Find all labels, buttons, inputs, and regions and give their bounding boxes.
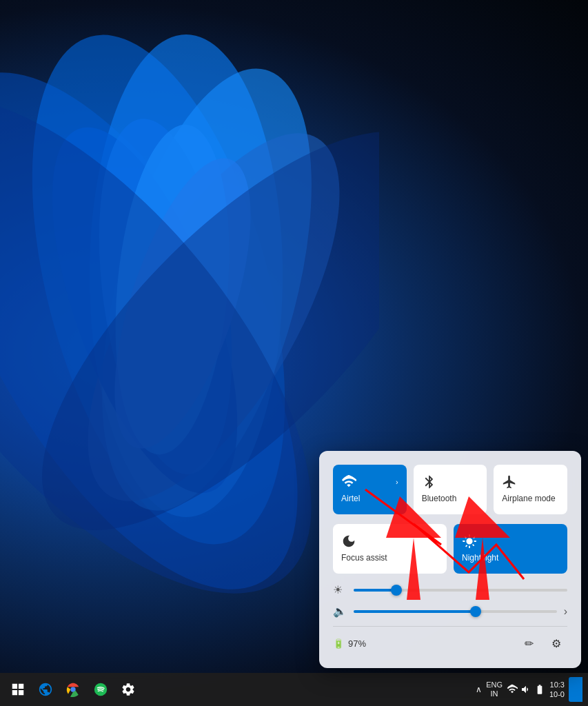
focus-assist-label: Focus assist (341, 553, 387, 563)
taskbar-volume-icon (520, 684, 531, 695)
volume-fill (354, 610, 476, 613)
brightness-track[interactable] (354, 589, 567, 592)
language-indicator: ENG IN (486, 680, 503, 698)
chrome-button[interactable] (61, 677, 85, 702)
system-icons (507, 684, 545, 695)
spotify-icon (93, 682, 108, 697)
wifi-chevron: › (396, 478, 398, 486)
bluetooth-toggle-button[interactable]: Bluetooth (414, 465, 487, 514)
locale-text: IN (491, 689, 498, 698)
night-light-toggle-button[interactable]: Night light (454, 524, 567, 574)
wifi-icon (341, 474, 356, 490)
panel-bottom: 🔋 97% ✏ ⚙ (333, 626, 567, 654)
bluetooth-label: Bluetooth (422, 494, 457, 503)
taskbar-time: 10:3 10-0 (549, 680, 565, 700)
taskbar-wifi-icon (507, 684, 518, 695)
moon-icon (341, 534, 356, 549)
brightness-thumb[interactable] (391, 585, 402, 596)
settings-icon (121, 682, 136, 697)
airplane-toggle-button[interactable]: Airplane mode (494, 465, 567, 514)
volume-icon: 🔈 (333, 605, 347, 618)
battery-percent: 97% (348, 638, 366, 649)
taskbar: ∧ ENG IN 10:3 10-0 (0, 673, 588, 706)
brightness-slider-row: ☀ (333, 583, 567, 596)
gear-icon: ⚙ (551, 637, 561, 650)
panel-action-icons: ✏ ⚙ (518, 632, 567, 654)
wifi-label: Airtel (341, 494, 360, 503)
volume-arrow[interactable]: › (564, 605, 567, 618)
edit-icon: ✏ (525, 637, 534, 650)
svg-point-14 (94, 683, 107, 696)
focus-assist-toggle-button[interactable]: Focus assist (333, 524, 447, 574)
notification-button[interactable] (569, 677, 582, 702)
toggle-grid-row2: Focus assist Night light (333, 524, 567, 574)
night-light-label: Night light (462, 553, 498, 563)
volume-slider-row: 🔈 › (333, 605, 567, 618)
windows-icon (10, 682, 26, 697)
airplane-label: Airplane mode (502, 494, 555, 503)
date-display: 10-0 (549, 689, 565, 699)
settings-taskbar-button[interactable] (116, 677, 141, 702)
time-display: 10:3 (549, 680, 565, 689)
settings-button[interactable]: ⚙ (545, 632, 567, 654)
brightness-fill (354, 589, 396, 592)
bluetooth-icon (422, 474, 437, 490)
taskbar-battery-icon (534, 684, 545, 695)
volume-thumb[interactable] (470, 606, 481, 617)
night-light-icon (462, 534, 477, 549)
volume-track[interactable] (354, 610, 557, 613)
edge-button[interactable] (33, 677, 58, 702)
brightness-icon: ☀ (333, 583, 347, 596)
wifi-toggle-button[interactable]: › Airtel (333, 465, 407, 514)
start-button[interactable] (6, 677, 30, 702)
battery-info: 🔋 97% (333, 638, 366, 649)
toggle-grid-row1: › Airtel Bluetooth Airplane mode (333, 465, 567, 514)
lang-text: ENG (486, 680, 503, 689)
taskbar-right: ∧ ENG IN 10:3 10-0 (476, 677, 582, 702)
quick-settings-panel: › Airtel Bluetooth Airplane mode (319, 451, 581, 668)
taskbar-left (6, 677, 141, 702)
chrome-icon (65, 682, 81, 697)
spotify-button[interactable] (88, 677, 113, 702)
battery-icon: 🔋 (333, 638, 344, 649)
airplane-icon (502, 474, 517, 490)
edit-button[interactable]: ✏ (518, 632, 540, 654)
edge-icon (38, 682, 53, 697)
system-tray-chevron[interactable]: ∧ (476, 685, 482, 694)
